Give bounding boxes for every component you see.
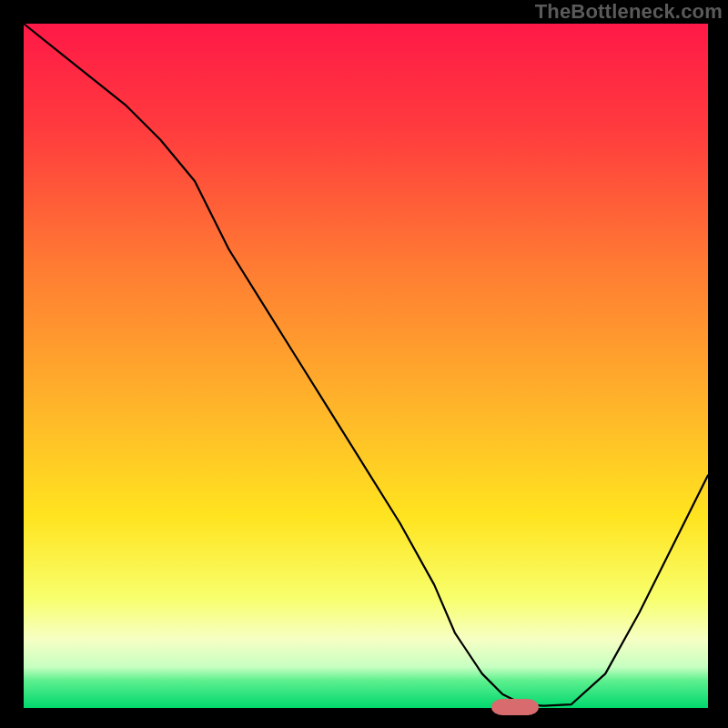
watermark-text: TheBottleneck.com xyxy=(535,0,723,24)
chart-container: TheBottleneck.com xyxy=(0,0,728,728)
plot-background xyxy=(24,24,708,708)
bottleneck-chart xyxy=(0,0,728,728)
optimum-marker xyxy=(491,699,539,715)
